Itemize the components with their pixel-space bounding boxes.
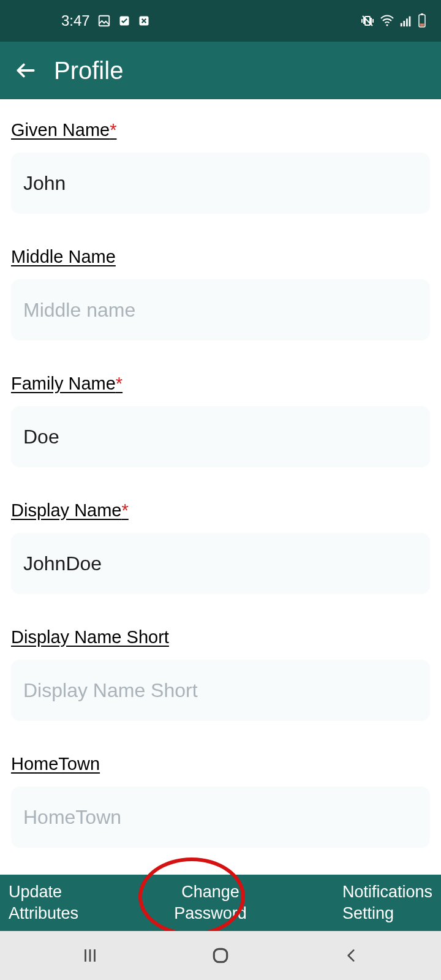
input-given-name[interactable] [11,153,430,214]
required-marker: * [116,374,123,393]
input-hometown[interactable] [11,786,430,848]
label-display-name-short: Display Name Short [11,627,169,647]
status-bar: 3:47 [0,0,441,42]
home-button[interactable] [196,941,245,970]
back-button[interactable] [12,57,39,84]
input-display-name-short[interactable] [11,660,430,721]
label-middle-name: Middle Name [11,247,116,267]
required-marker: * [110,120,116,140]
field-family-name: Family Name* [11,374,430,467]
svg-rect-12 [214,949,227,962]
svg-rect-6 [403,21,405,26]
svg-rect-7 [406,18,408,26]
recents-button[interactable] [66,941,115,970]
label-hometown: HomeTown [11,754,100,774]
arrow-left-icon [14,59,37,82]
required-marker: * [122,500,129,520]
check-box-icon [118,15,130,27]
input-middle-name[interactable] [11,279,430,341]
image-icon [97,14,111,28]
svg-point-4 [386,24,388,26]
vibrate-off-icon [360,13,375,28]
close-box-icon [138,15,150,27]
svg-rect-8 [409,17,411,26]
status-time: 3:47 [61,12,90,29]
field-given-name: Given Name* [11,120,430,214]
recents-icon [81,946,99,965]
svg-rect-11 [420,24,424,26]
change-password-button[interactable]: Change Password [174,881,247,924]
label-family-name: Family Name* [11,374,123,394]
input-family-name[interactable] [11,406,430,467]
input-display-name[interactable] [11,533,430,594]
profile-form: Given Name* Middle Name Family Name* Dis… [0,99,441,875]
field-middle-name: Middle Name [11,247,430,341]
status-right [360,13,426,28]
chevron-left-icon [343,946,359,965]
page-title: Profile [54,57,123,85]
field-display-name-short: Display Name Short [11,627,430,721]
wifi-icon [380,13,394,28]
label-given-name: Given Name* [11,120,116,140]
svg-rect-10 [421,13,423,15]
field-display-name: Display Name* [11,500,430,594]
status-left: 3:47 [61,12,150,29]
bottom-actions: Update Attributes Change Password Notifi… [0,875,441,931]
svg-rect-0 [99,16,109,26]
svg-rect-5 [401,23,402,26]
battery-low-icon [418,13,426,28]
home-icon [211,946,230,965]
app-bar: Profile [0,42,441,99]
system-nav-bar [0,931,441,980]
system-back-button[interactable] [326,941,375,970]
field-hometown: HomeTown [11,754,430,848]
notifications-setting-button[interactable]: Notifications Setting [342,881,432,924]
label-display-name: Display Name* [11,500,129,521]
signal-icon [399,14,413,28]
update-attributes-button[interactable]: Update Attributes [9,881,78,924]
